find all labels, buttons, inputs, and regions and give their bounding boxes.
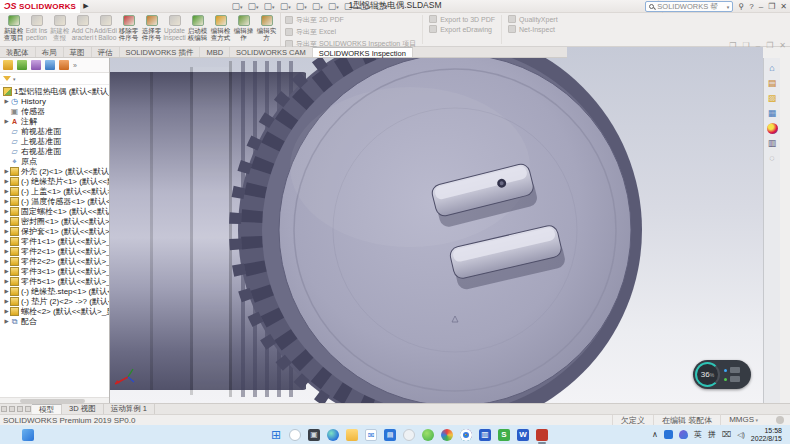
tab-scroll-right-icon[interactable] bbox=[17, 406, 23, 412]
task-pane-icon[interactable] bbox=[767, 108, 778, 119]
doc-restore-icon[interactable]: ❐ bbox=[766, 41, 773, 50]
taskbar-app-icon[interactable] bbox=[536, 429, 548, 441]
expand-arrow-icon[interactable]: ▶ bbox=[3, 288, 10, 294]
scrollbar-thumb[interactable] bbox=[20, 399, 85, 403]
taskbar-app-icon[interactable] bbox=[479, 429, 491, 441]
dimxpert-tab-icon[interactable] bbox=[45, 60, 55, 70]
clock[interactable]: 15:58 2022/8/15 bbox=[751, 427, 782, 443]
tree-item[interactable]: ▶ 上视基准面 bbox=[0, 136, 109, 146]
status-segment[interactable]: 在编辑 装配体 bbox=[653, 415, 720, 426]
ribbon-button[interactable]: 新建检查报 bbox=[48, 14, 71, 46]
task-pane-icon[interactable] bbox=[767, 93, 778, 104]
expand-arrow-icon[interactable]: ▶ bbox=[3, 248, 10, 254]
volume-icon[interactable] bbox=[737, 430, 745, 440]
taskbar-app-icon[interactable]: W bbox=[517, 429, 529, 441]
export-menu-item[interactable]: Export eDrawing bbox=[429, 25, 495, 33]
ribbon-button[interactable]: Add Characteristic bbox=[71, 14, 94, 46]
taskbar-app-icon[interactable] bbox=[422, 429, 434, 441]
expand-arrow-icon[interactable]: ▶ bbox=[3, 228, 10, 234]
widgets-icon[interactable] bbox=[22, 429, 34, 441]
export-menu-item[interactable]: 导出至 2D PDF bbox=[285, 15, 416, 25]
tree-item[interactable]: ▶ 注解 bbox=[0, 116, 109, 126]
ribbon-tab[interactable]: SOLIDWORKS 插件 bbox=[120, 47, 201, 57]
doc-close-icon[interactable]: ✕ bbox=[779, 41, 786, 50]
expand-arrow-icon[interactable]: ▶ bbox=[3, 268, 10, 274]
tree-item[interactable]: ▶ (-) 温度传感器<1> (默认<<默认>_ bbox=[0, 196, 109, 206]
task-pane-icon[interactable] bbox=[767, 63, 778, 74]
tree-item[interactable]: ▶ 零件3<1> (默认<<默认>_显示状态 bbox=[0, 266, 109, 276]
ribbon-button[interactable]: Add/Edit Balloons bbox=[94, 14, 117, 46]
quick-access-icon[interactable]: ▢▾ bbox=[280, 1, 291, 12]
ribbon-button[interactable]: 编辑实方 bbox=[255, 14, 278, 46]
help-icon[interactable]: ? bbox=[749, 2, 753, 11]
tree-item[interactable]: ▶ History bbox=[0, 96, 109, 106]
tree-item[interactable]: ▶ 原点 bbox=[0, 156, 109, 166]
taskbar-app-icon[interactable] bbox=[384, 429, 396, 441]
export-menu-item[interactable]: QualityXpert bbox=[508, 15, 558, 23]
taskbar-app-icon[interactable] bbox=[270, 429, 282, 441]
tray-expand-icon[interactable]: ∧ bbox=[652, 430, 658, 440]
taskbar-app-icon[interactable] bbox=[327, 429, 339, 441]
tree-item[interactable]: ▶ (-) 垫片 (2)<2> ->? (默认<<默认 bbox=[0, 296, 109, 306]
configurations-tab-icon[interactable] bbox=[31, 60, 41, 70]
taskbar-app-icon[interactable] bbox=[289, 429, 301, 441]
tree-horizontal-scrollbar[interactable] bbox=[0, 397, 109, 403]
filter-dropdown-icon[interactable]: ▾ bbox=[13, 76, 16, 82]
quick-access-icon[interactable]: ▢▾ bbox=[264, 1, 275, 12]
expand-arrow-icon[interactable]: ▶ bbox=[3, 188, 10, 194]
expand-arrow-icon[interactable]: ▶ bbox=[3, 308, 10, 314]
tree-item[interactable]: ▶ 保护套<1> (默认<<默认>_显示状 bbox=[0, 226, 109, 236]
graphics-viewport[interactable]: ◈◈◈◈◈◈◈◈◈◈◈ 36% bbox=[110, 47, 763, 403]
expand-arrow-icon[interactable]: ▶ bbox=[3, 298, 10, 304]
security-shield-icon[interactable] bbox=[679, 430, 688, 439]
taskbar-app-icon[interactable]: S bbox=[498, 429, 510, 441]
ribbon-button[interactable]: 新建检查项目(imp;ld) bbox=[2, 14, 25, 46]
close-button[interactable]: ✕ bbox=[780, 2, 787, 11]
task-pane-icon[interactable] bbox=[767, 153, 778, 164]
expand-arrow-icon[interactable]: ▶ bbox=[3, 208, 10, 214]
status-globe-icon[interactable] bbox=[776, 416, 784, 424]
language-indicator[interactable]: 英 bbox=[694, 430, 702, 440]
quick-access-icon[interactable]: ▢▾ bbox=[328, 1, 339, 12]
expand-arrow-icon[interactable]: ▶ bbox=[3, 218, 10, 224]
document-tab[interactable]: 运动算例 1 bbox=[104, 404, 155, 414]
tab-scroll-left-icon[interactable] bbox=[1, 406, 7, 412]
ribbon-tab[interactable]: SOLIDWORKS CAM bbox=[230, 47, 313, 57]
document-tab[interactable]: 模型 bbox=[32, 404, 62, 414]
tree-item[interactable]: ▶ 螺栓<2> (默认<<默认>_显示状态 bbox=[0, 306, 109, 316]
task-pane-icon[interactable] bbox=[767, 78, 778, 89]
task-pane-icon[interactable] bbox=[767, 138, 778, 149]
quick-access-icon[interactable]: ▢▾ bbox=[360, 1, 371, 12]
tree-item[interactable]: ▶ 固定螺栓<1> (默认<<默认>_显示 bbox=[0, 206, 109, 216]
tree-item[interactable]: ▶ 外壳 (2)<1> (默认<<默认>_显示状 bbox=[0, 166, 109, 176]
ribbon-tab[interactable]: 装配体 bbox=[0, 47, 36, 57]
status-segment[interactable]: 欠定义 bbox=[612, 415, 653, 426]
quick-access-icon[interactable]: ▢▾ bbox=[248, 1, 259, 12]
tree-item[interactable]: ▶ 零件5<1> (默认<<默认>_显示状态 bbox=[0, 276, 109, 286]
tree-item[interactable]: ▶ 配合 bbox=[0, 316, 109, 326]
export-menu-item[interactable]: 导出至 Excel bbox=[285, 27, 416, 37]
tree-root-item[interactable]: 1型铝辊热电偶 (默认<默认_显示状态-1 bbox=[0, 86, 109, 96]
expand-arrow-icon[interactable]: ▶ bbox=[3, 198, 10, 204]
quick-access-icon[interactable]: ▢▾ bbox=[312, 1, 323, 12]
document-tab[interactable]: 3D 视图 bbox=[62, 404, 104, 414]
quick-access-icon[interactable]: ▢▾ bbox=[296, 1, 307, 12]
ribbon-tab[interactable]: 评估 bbox=[92, 47, 120, 57]
tree-item[interactable]: ▶ 零件2<1> (默认<<默认>_显示状态 bbox=[0, 246, 109, 256]
expand-arrow-icon[interactable]: ▶ bbox=[3, 118, 10, 124]
restore-button[interactable]: ❐ bbox=[768, 2, 775, 11]
tab-scroll-left2-icon[interactable] bbox=[9, 406, 15, 412]
ribbon-button[interactable]: 编辑检查方式 bbox=[209, 14, 232, 46]
tab-overflow-icon[interactable]: » bbox=[73, 62, 77, 69]
ribbon-button[interactable]: 编辑操作 bbox=[232, 14, 255, 46]
expand-arrow-icon[interactable]: ▶ bbox=[3, 318, 10, 324]
taskbar-app-icon[interactable] bbox=[346, 429, 358, 441]
filter-funnel-icon[interactable] bbox=[3, 76, 11, 81]
ribbon-tab[interactable]: MBD bbox=[200, 47, 230, 57]
onedrive-icon[interactable] bbox=[664, 430, 673, 439]
tab-scroll-right2-icon[interactable] bbox=[25, 406, 31, 412]
tree-item[interactable]: ▶ (-) 绝缘垫片<1> (默认<<默认>_显 bbox=[0, 176, 109, 186]
tree-item[interactable]: ▶ 密封圈<1> (默认<<默认>_显示状 bbox=[0, 216, 109, 226]
tree-item[interactable]: ▶ (-) 上盖<1> (默认<<默认>_显示状 bbox=[0, 186, 109, 196]
ribbon-button[interactable]: Update Inspection Project bbox=[163, 14, 186, 46]
